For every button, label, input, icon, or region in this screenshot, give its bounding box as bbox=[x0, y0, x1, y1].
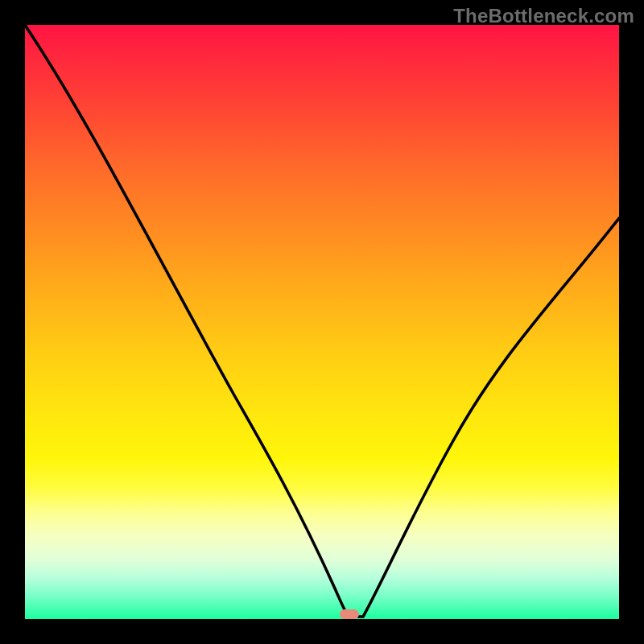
bottleneck-curve bbox=[25, 25, 619, 619]
plot-area bbox=[25, 25, 619, 619]
optimal-marker bbox=[340, 609, 359, 619]
curve-path bbox=[25, 25, 619, 617]
chart-frame: TheBottleneck.com bbox=[0, 0, 644, 644]
watermark-text: TheBottleneck.com bbox=[453, 5, 634, 27]
